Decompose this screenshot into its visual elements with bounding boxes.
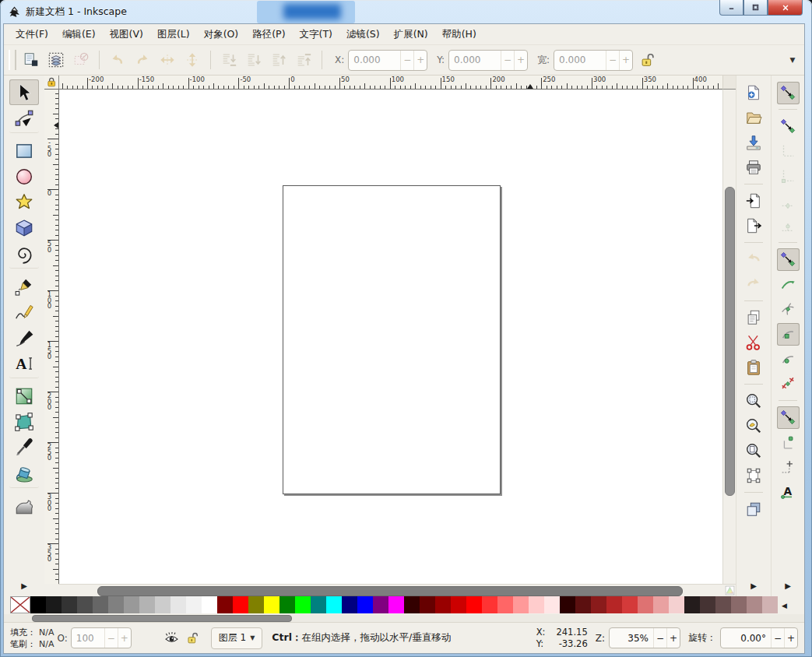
raise-button[interactable] [267, 48, 290, 72]
opacity-decrease-button[interactable]: − [104, 628, 118, 648]
palette-swatch-b62626[interactable] [606, 596, 622, 613]
palette-swatch-00ffff[interactable] [326, 596, 342, 613]
maximize-button[interactable] [743, 0, 768, 16]
palette-swatch-330000[interactable] [404, 596, 420, 613]
palette-scrollbar-thumb[interactable] [32, 615, 292, 622]
snap-rotation-centers-button[interactable] [777, 456, 800, 479]
palette-swatch-8a1b1b[interactable] [591, 596, 606, 613]
palette-swatch-de7272[interactable] [638, 596, 653, 613]
snap-smooth-nodes-button[interactable] [777, 348, 800, 371]
node-editor-tool[interactable] [9, 105, 39, 133]
palette-swatch-ff3333[interactable] [482, 596, 497, 613]
color-managed-display-button[interactable] [723, 584, 736, 596]
palette-swatch-808000[interactable] [248, 596, 264, 613]
palette-swatch-ad8a8a[interactable] [747, 596, 762, 613]
calligraphy-tool[interactable] [9, 325, 39, 350]
palette-swatch-b3b3b3[interactable] [139, 596, 155, 613]
redo-button[interactable] [743, 273, 765, 296]
title-bar[interactable]: 新建文档 1 - Inkscape [0, 0, 812, 23]
snap-path-intersections-button[interactable] [777, 298, 800, 321]
horizontal-scrollbar-thumb[interactable] [97, 586, 683, 596]
zoom-spinbox[interactable]: 35% − + [609, 627, 680, 648]
vertical-scrollbar-thumb[interactable] [725, 187, 735, 496]
menu-object[interactable]: 对象(O) [197, 25, 246, 44]
palette-swatch-ff9999[interactable] [513, 596, 529, 613]
horizontal-scrollbar[interactable] [58, 584, 723, 596]
palette-swatch-664d4d[interactable] [715, 596, 731, 613]
palette-swatch-ffcccc[interactable] [529, 596, 544, 613]
palette-swatch-ff6666[interactable] [497, 596, 513, 613]
palette-swatch-808080[interactable] [108, 596, 124, 613]
export-button[interactable] [743, 215, 765, 237]
snap-bbox-centers-button[interactable] [777, 215, 800, 237]
snap-enable-button[interactable] [777, 82, 800, 104]
palette-swatch-660000[interactable] [420, 596, 435, 613]
menu-layer[interactable]: 图层(L) [150, 25, 197, 44]
rotation-decrease-button[interactable]: − [771, 628, 784, 648]
palette-swatch-5c1010[interactable] [575, 596, 591, 613]
flip-vertical-button[interactable] [181, 48, 204, 72]
palette-swatch-cccccc[interactable] [155, 596, 170, 613]
paint-bucket-tool[interactable] [9, 460, 39, 488]
spiral-tool[interactable] [9, 241, 39, 269]
dropper-tool[interactable] [9, 434, 39, 460]
print-button[interactable] [743, 156, 765, 179]
undo-button[interactable] [743, 248, 765, 271]
select-all-in-all-layers-button[interactable] [44, 48, 68, 72]
zoom-to-selection-button[interactable] [743, 390, 765, 413]
palette-swatch-2b0000[interactable] [560, 596, 575, 613]
commands-bar-overflow-button[interactable]: ▶ [750, 581, 757, 590]
palette-swatch-ffe6e6[interactable] [544, 596, 560, 613]
palette-swatch-8a6a6a[interactable] [731, 596, 747, 613]
lower-button[interactable] [242, 48, 265, 72]
canvas[interactable] [59, 90, 722, 584]
pen-bezier-tool[interactable] [9, 273, 39, 299]
palette-swatch-008000[interactable] [279, 596, 295, 613]
pencil-tool[interactable] [9, 299, 39, 325]
layers-dialog-button[interactable] [743, 498, 765, 521]
import-button[interactable] [743, 190, 765, 213]
opacity-increase-button[interactable]: + [118, 628, 131, 648]
cut-button[interactable] [743, 332, 765, 354]
star-tool[interactable] [9, 189, 39, 215]
minimize-button[interactable] [719, 0, 743, 16]
copy-button[interactable] [743, 307, 765, 329]
palette-swatch-ffffff[interactable] [202, 596, 217, 613]
snap-bbox-corners-button[interactable] [777, 165, 800, 188]
rotate-90-cw-button[interactable] [131, 48, 154, 72]
palette-swatch-d43a3a[interactable] [622, 596, 638, 613]
palette-swatch-ff0000[interactable] [466, 596, 482, 613]
palette-swatch-d0b2b2[interactable] [762, 596, 778, 613]
snap-nodes-button[interactable] [777, 248, 800, 271]
palette-swatch-666666[interactable] [93, 596, 108, 613]
box-3d-tool[interactable] [9, 215, 39, 241]
menu-edit[interactable]: 编辑(E) [55, 25, 103, 44]
zoom-increase-button[interactable]: + [666, 628, 680, 648]
toolbar-grip[interactable] [9, 50, 16, 70]
snap-line-midpoints-button[interactable] [777, 373, 800, 395]
palette-swatch-008080[interactable] [311, 596, 326, 613]
rotation-increase-button[interactable]: + [784, 628, 797, 648]
palette-swatch-ff0000[interactable] [233, 596, 248, 613]
palette-swatch-none[interactable] [10, 596, 30, 613]
current-layer-dropdown[interactable]: 图层 1 ▼ [211, 627, 263, 649]
palette-swatch-999999[interactable] [124, 596, 139, 613]
menu-help[interactable]: 帮助(H) [435, 25, 483, 44]
palette-swatch-800000[interactable] [217, 596, 233, 613]
rotation-spinbox[interactable]: 0.00° − + [720, 627, 798, 648]
palette-swatch-e9a1a1[interactable] [653, 596, 669, 613]
paste-button[interactable] [743, 357, 765, 379]
palette-swatch-f2f2f2[interactable] [186, 596, 202, 613]
palette-swatch-ff00ff[interactable] [388, 596, 404, 613]
opacity-spinbox[interactable]: 100 − + [71, 627, 132, 648]
lower-to-bottom-button[interactable] [217, 48, 241, 72]
palette-swatch-cc0000[interactable] [451, 596, 466, 613]
width-increase-button[interactable]: + [619, 51, 632, 70]
snap-others-button[interactable] [777, 406, 800, 429]
palette-swatch-241c1c[interactable] [684, 596, 700, 613]
mesh-tool[interactable] [9, 409, 39, 434]
raise-to-top-button[interactable] [292, 48, 315, 72]
selector-tool[interactable] [9, 79, 39, 105]
menu-filters[interactable]: 滤镜(S) [339, 25, 387, 44]
tweak-tool[interactable] [9, 493, 39, 518]
